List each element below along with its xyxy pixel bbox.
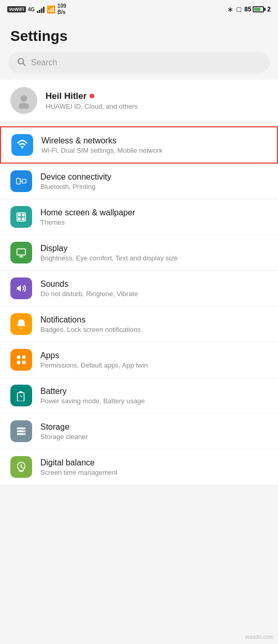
vowifi-badge: VoWiFi (7, 6, 26, 12)
sounds-icon (10, 277, 32, 299)
wireless-networks-subtitle: Wi-Fi, Dual SIM settings, Mobile network (41, 147, 163, 154)
storage-icon (10, 420, 32, 442)
device-connectivity-text: Device connectivity Bluetooth, Printing (40, 172, 111, 191)
svg-rect-30 (19, 471, 23, 472)
settings-item-notifications[interactable]: Notifications Badges, Lock screen notifi… (0, 306, 278, 342)
apps-text: Apps Permissions, Default apps, App twin (40, 351, 148, 369)
svg-rect-12 (17, 249, 26, 255)
device-connectivity-title: Device connectivity (40, 172, 111, 182)
device-connectivity-subtitle: Bluetooth, Printing (40, 183, 111, 191)
notifications-subtitle: Badges, Lock screen notifications (40, 326, 141, 333)
display-subtitle: Brightness, Eye comfort, Text and displa… (40, 254, 178, 262)
home-screen-title: Home screen & wallpaper (40, 208, 135, 217)
battery-subtitle: Power saving mode, Battery usage (40, 397, 145, 405)
svg-rect-16 (17, 356, 20, 359)
svg-point-2 (21, 95, 27, 102)
display-icon (10, 242, 32, 264)
device-connectivity-icon (10, 170, 32, 192)
avatar (10, 87, 37, 114)
digital-balance-text: Digital balance Screen time management (40, 458, 118, 476)
svg-rect-19 (22, 361, 25, 364)
wifi-status-icon: 📶 (47, 5, 55, 13)
notifications-text: Notifications Badges, Lock screen notifi… (40, 315, 141, 333)
search-bar[interactable]: Search (8, 52, 270, 74)
status-left: VoWiFi 4G 📶 109 B/s (7, 3, 66, 16)
apps-subtitle: Permissions, Default apps, App twin (40, 361, 148, 369)
battery-icon (253, 6, 264, 12)
settings-item-sounds[interactable]: Sounds Do not disturb, Ringtone, Vibrate (0, 271, 278, 306)
svg-point-25 (24, 428, 25, 429)
svg-rect-9 (22, 214, 24, 217)
lte-label: 4G (28, 7, 35, 12)
settings-item-display[interactable]: Display Brightness, Eye comfort, Text an… (0, 235, 278, 271)
search-placeholder: Search (31, 58, 57, 67)
battery-settings-icon (10, 385, 32, 406)
settings-item-storage[interactable]: Storage Storage cleaner (0, 414, 278, 449)
speed-text: 109 B/s (57, 3, 66, 16)
storage-text: Storage Storage cleaner (40, 422, 88, 441)
storage-title: Storage (40, 422, 88, 432)
battery-title: Battery (40, 387, 145, 396)
status-bar: VoWiFi 4G 📶 109 B/s ∗ □ 85 2 (0, 0, 278, 19)
settings-item-device-connectivity[interactable]: Device connectivity Bluetooth, Printing (0, 164, 278, 199)
svg-line-29 (21, 467, 23, 468)
profile-name: Heil Hitler (46, 91, 138, 101)
notifications-icon (10, 313, 32, 335)
watermark: wsxdn.com (245, 634, 274, 640)
display-title: Display (40, 244, 178, 253)
svg-rect-10 (18, 217, 21, 221)
profile-text: Heil Hitler HUAWEI ID, Cloud, and others (46, 91, 138, 110)
svg-rect-5 (22, 179, 26, 183)
sounds-text: Sounds Do not disturb, Ringtone, Vibrate (40, 280, 138, 298)
display-text: Display Brightness, Eye comfort, Text an… (40, 244, 178, 262)
svg-point-3 (19, 103, 30, 109)
svg-point-27 (24, 434, 25, 435)
svg-rect-4 (17, 179, 20, 184)
svg-rect-11 (22, 217, 24, 221)
apps-title: Apps (40, 351, 148, 360)
apps-icon (10, 349, 32, 371)
signal-number: 2 (267, 6, 271, 13)
svg-rect-18 (17, 361, 20, 364)
storage-subtitle: Storage cleaner (40, 433, 88, 441)
svg-rect-21 (19, 391, 22, 393)
bluetooth-icon: ∗ (227, 5, 233, 13)
settings-item-digital-balance[interactable]: Digital balance Screen time management (0, 449, 278, 485)
svg-marker-15 (17, 285, 21, 292)
svg-point-26 (24, 431, 25, 432)
status-right: ∗ □ 85 2 (227, 5, 271, 13)
page-title: Settings (0, 19, 278, 52)
online-indicator (90, 94, 94, 98)
home-screen-text: Home screen & wallpaper Themes (40, 208, 135, 226)
wireless-networks-icon (11, 134, 33, 156)
battery-area: 85 (244, 6, 264, 13)
wireless-networks-title: Wireless & networks (41, 136, 163, 145)
settings-item-apps[interactable]: Apps Permissions, Default apps, App twin (0, 342, 278, 378)
svg-rect-20 (18, 393, 24, 402)
home-screen-icon (10, 206, 32, 228)
digital-balance-subtitle: Screen time management (40, 469, 118, 476)
profile-subtitle: HUAWEI ID, Cloud, and others (46, 103, 138, 110)
notifications-title: Notifications (40, 315, 141, 325)
home-screen-subtitle: Themes (40, 218, 135, 226)
search-icon (17, 57, 26, 68)
settings-item-battery[interactable]: Battery Power saving mode, Battery usage (0, 378, 278, 414)
signal-bars (37, 6, 45, 13)
settings-list: Wireless & networks Wi-Fi, Dual SIM sett… (0, 126, 278, 485)
battery-percent: 85 (244, 6, 251, 13)
vibrate-icon: □ (237, 5, 241, 13)
svg-rect-8 (18, 214, 21, 217)
settings-item-wireless-networks[interactable]: Wireless & networks Wi-Fi, Dual SIM sett… (0, 126, 278, 164)
svg-line-1 (23, 63, 25, 65)
digital-balance-title: Digital balance (40, 458, 118, 467)
battery-text: Battery Power saving mode, Battery usage (40, 387, 145, 405)
sounds-subtitle: Do not disturb, Ringtone, Vibrate (40, 290, 138, 298)
wireless-networks-text: Wireless & networks Wi-Fi, Dual SIM sett… (41, 136, 163, 154)
settings-item-home-screen[interactable]: Home screen & wallpaper Themes (0, 199, 278, 235)
digital-balance-icon (10, 456, 32, 478)
sounds-title: Sounds (40, 280, 138, 289)
svg-rect-17 (22, 356, 25, 359)
profile-row[interactable]: Heil Hitler HUAWEI ID, Cloud, and others (0, 80, 278, 121)
